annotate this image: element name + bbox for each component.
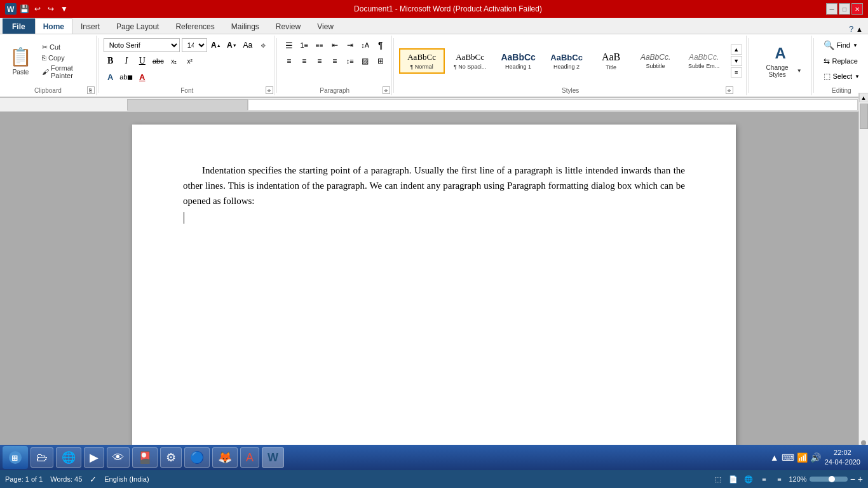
- shrink-font-button[interactable]: A▼: [225, 38, 239, 52]
- taskbar-chrome-button[interactable]: 🔵: [184, 447, 210, 468]
- redo-quick-btn[interactable]: ↪: [45, 3, 57, 15]
- styles-expander[interactable]: ⎆: [726, 86, 733, 94]
- taskbar-acrobat-button[interactable]: A: [240, 447, 259, 468]
- change-case-button[interactable]: Aa: [241, 38, 255, 52]
- increase-indent-button[interactable]: ⇥: [343, 38, 357, 52]
- highlight-button[interactable]: ab◼: [119, 70, 133, 84]
- grow-font-button[interactable]: A▲: [209, 38, 223, 52]
- style-normal-button[interactable]: AaBbCc ¶ Normal: [399, 48, 445, 74]
- tab-page-layout[interactable]: Page Layout: [108, 18, 167, 34]
- zoom-out-button[interactable]: −: [850, 474, 855, 484]
- tray-network-icon[interactable]: 📶: [797, 452, 808, 463]
- tray-arrow-icon[interactable]: ▲: [770, 452, 779, 463]
- borders-button[interactable]: ⊞: [374, 54, 388, 68]
- tab-insert[interactable]: Insert: [72, 18, 108, 34]
- format-painter-button[interactable]: 🖌 Format Painter: [39, 63, 92, 81]
- superscript-button[interactable]: x²: [183, 54, 197, 68]
- find-dropdown[interactable]: ▼: [853, 43, 858, 48]
- zoom-slider[interactable]: [810, 477, 848, 482]
- show-formatting-button[interactable]: ¶: [374, 38, 388, 52]
- tray-volume-icon[interactable]: 🔊: [810, 452, 821, 463]
- document-text[interactable]: Indentation specifies the starting point…: [183, 163, 685, 224]
- font-size-select[interactable]: 14: [182, 38, 207, 52]
- taskbar-app6-button[interactable]: ⚙: [160, 447, 182, 468]
- taskbar-ie-button[interactable]: 🌐: [56, 447, 81, 468]
- styles-scroll-up[interactable]: ▲: [731, 44, 742, 55]
- view-normal-icon[interactable]: ⬚: [712, 473, 724, 485]
- scroll-up-button[interactable]: ▲: [859, 93, 869, 102]
- multilevel-list-button[interactable]: ≡≡: [313, 38, 327, 52]
- strikethrough-button[interactable]: abc: [151, 54, 165, 68]
- view-reading-icon[interactable]: 📄: [728, 473, 739, 485]
- style-no-spacing-button[interactable]: AaBbCc ¶ No Spaci...: [447, 49, 493, 73]
- font-color-button[interactable]: A: [135, 70, 149, 84]
- clipboard-expander[interactable]: ⎘: [87, 86, 95, 94]
- style-title-button[interactable]: AaB Title: [592, 48, 630, 74]
- align-right-button[interactable]: ≡: [313, 54, 327, 68]
- view-outline-icon[interactable]: ≡: [758, 473, 770, 485]
- start-button[interactable]: ⊞: [3, 446, 28, 469]
- shading-button[interactable]: ▨: [358, 54, 372, 68]
- quick-access-more[interactable]: ▼: [58, 3, 70, 15]
- minimize-ribbon[interactable]: ▲: [856, 25, 863, 33]
- select-dropdown[interactable]: ▼: [855, 74, 860, 79]
- restore-button[interactable]: □: [839, 3, 850, 15]
- tab-references[interactable]: References: [167, 18, 222, 34]
- bold-button[interactable]: B: [104, 54, 118, 68]
- title-bar: W 💾 ↩ ↪ ▼ Document1 - Microsoft Word (Pr…: [0, 0, 868, 18]
- paste-button[interactable]: 📋 Paste: [4, 43, 37, 79]
- tab-review[interactable]: Review: [268, 18, 309, 34]
- styles-scroll-more[interactable]: ≡: [731, 67, 742, 78]
- taskbar-word-button[interactable]: W: [262, 447, 284, 468]
- copy-button[interactable]: ⎘ Copy: [39, 53, 92, 63]
- scroll-thumb[interactable]: [860, 104, 868, 129]
- decrease-indent-button[interactable]: ⇤: [328, 38, 342, 52]
- view-web-icon[interactable]: 🌐: [743, 473, 754, 485]
- minimize-button[interactable]: ─: [826, 3, 837, 15]
- taskbar-app5-button[interactable]: 🎴: [132, 447, 158, 468]
- style-subtle-button[interactable]: AaBbCc. Subtle Em...: [681, 50, 727, 72]
- align-center-button[interactable]: ≡: [297, 54, 311, 68]
- tab-mailings[interactable]: Mailings: [223, 18, 268, 34]
- font-name-select[interactable]: Noto Serif: [104, 38, 180, 52]
- subscript-button[interactable]: x₂: [167, 54, 181, 68]
- sort-button[interactable]: ↕A: [358, 38, 372, 52]
- cut-button[interactable]: ✂ Cut: [39, 42, 92, 53]
- change-styles-button[interactable]: A Change Styles ▼: [754, 41, 808, 81]
- clear-format-button[interactable]: ⎆: [257, 38, 271, 52]
- paragraph-1: Indentation specifies the starting point…: [183, 163, 685, 208]
- style-heading2-preview: AaBbCc: [548, 53, 585, 62]
- undo-quick-btn[interactable]: ↩: [32, 3, 43, 15]
- tray-keyboard-icon[interactable]: ⌨: [782, 452, 794, 463]
- taskbar-explorer-button[interactable]: 🗁: [31, 447, 53, 468]
- underline-button[interactable]: U: [135, 54, 149, 68]
- taskbar-firefox-button[interactable]: 🦊: [212, 447, 238, 468]
- align-left-button[interactable]: ≡: [282, 54, 296, 68]
- numbering-button[interactable]: 1≡: [297, 38, 311, 52]
- justify-button[interactable]: ≡: [328, 54, 342, 68]
- font-expander[interactable]: ⎆: [266, 86, 273, 94]
- tab-home[interactable]: Home: [35, 18, 72, 34]
- tab-view[interactable]: View: [309, 18, 342, 34]
- find-button[interactable]: 🔍 Find ▼: [819, 38, 865, 52]
- style-heading1-button[interactable]: AaBbCc Heading 1: [496, 49, 541, 73]
- style-subtitle-button[interactable]: AaBbCc. Subtitle: [633, 50, 679, 72]
- document-page[interactable]: Indentation specifies the starting point…: [132, 125, 736, 474]
- view-draft-icon[interactable]: ≡: [773, 473, 785, 485]
- style-heading2-button[interactable]: AaBbCc Heading 2: [544, 50, 590, 73]
- text-effects-button[interactable]: A: [104, 70, 118, 84]
- bullets-button[interactable]: ☰: [282, 38, 296, 52]
- select-button[interactable]: ⬚ Select ▼: [819, 70, 865, 83]
- styles-scroll-down[interactable]: ▼: [731, 56, 742, 66]
- zoom-in-button[interactable]: +: [858, 474, 863, 484]
- italic-button[interactable]: I: [119, 54, 133, 68]
- paragraph-expander[interactable]: ⎆: [383, 86, 390, 94]
- taskbar-media-button[interactable]: ▶: [84, 447, 104, 468]
- help-icon[interactable]: ?: [849, 24, 853, 34]
- save-quick-btn[interactable]: 💾: [18, 3, 30, 15]
- close-button[interactable]: ✕: [851, 3, 863, 15]
- tab-file[interactable]: File: [3, 18, 35, 34]
- line-spacing-button[interactable]: ↕≡: [343, 54, 357, 68]
- taskbar-app4-button[interactable]: 👁: [107, 447, 130, 468]
- replace-button[interactable]: ⇆ Replace: [819, 55, 865, 67]
